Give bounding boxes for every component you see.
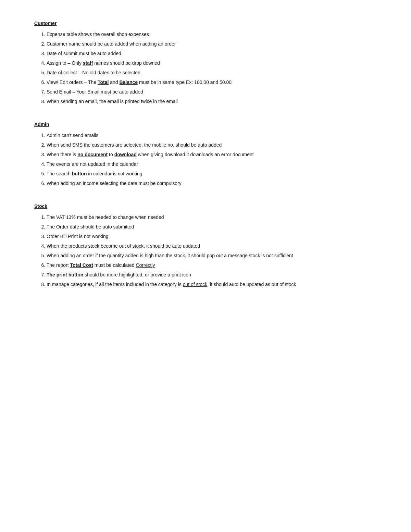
- list-item: Admin can't send emails: [47, 132, 377, 139]
- list-item: Date of collect – No old dates to be sel…: [47, 69, 377, 76]
- text-styled: The print: [47, 272, 68, 277]
- list-item: When adding an order if the quantity add…: [47, 252, 377, 259]
- text-styled: button: [72, 171, 87, 176]
- text-styled: download: [114, 152, 137, 157]
- list-item: The VAT 13% must be needed to change whe…: [47, 214, 377, 221]
- list-item: When sending an email, the email is prin…: [47, 98, 377, 105]
- list-item: Send Email – Your Email must be auto add…: [47, 88, 377, 96]
- list-item: The Order date should be auto submitted: [47, 223, 377, 231]
- list-item: The events are not updated in the calend…: [47, 161, 377, 168]
- text-styled: Total: [98, 79, 109, 85]
- text-styled: button: [68, 272, 84, 277]
- text-styled: Correctly: [136, 262, 155, 268]
- list-item: When send SMS the customers are selected…: [47, 141, 377, 149]
- section-customer: CustomerExpense table shows the overall …: [34, 21, 377, 105]
- list-item: Order Bill Print is not working: [47, 233, 377, 240]
- text-styled: Total Cost: [70, 262, 93, 268]
- list-item: When the products stock become out of st…: [47, 243, 377, 250]
- list-item: The search button in calendar is not wor…: [47, 170, 377, 177]
- list-item: When there is no document to download wh…: [47, 151, 377, 158]
- section-list-admin: Admin can't send emailsWhen send SMS the…: [34, 132, 377, 187]
- text-styled: staff: [83, 60, 93, 66]
- list-item: Assign to – Only staff names should be d…: [47, 60, 377, 67]
- list-item: When adding an income selecting the date…: [47, 180, 377, 187]
- section-title-customer: Customer: [34, 21, 377, 26]
- section-title-stock: Stock: [34, 203, 377, 209]
- text-styled: out of stock: [183, 282, 208, 287]
- text-styled: Balance: [119, 79, 138, 85]
- section-list-customer: Expense table shows the overall shop exp…: [34, 31, 377, 105]
- list-item: In manage categories, if all the items i…: [47, 281, 377, 288]
- list-item: Customer name should be auto added when …: [47, 40, 377, 48]
- text-styled: no document: [77, 152, 108, 157]
- list-item: The report Total Cost must be calculated…: [47, 262, 377, 269]
- section-stock: StockThe VAT 13% must be needed to chang…: [34, 203, 377, 288]
- app-container: CustomerExpense table shows the overall …: [34, 21, 377, 288]
- list-item: View/ Edit orders – The Total and Balanc…: [47, 79, 377, 86]
- section-list-stock: The VAT 13% must be needed to change whe…: [34, 214, 377, 288]
- list-item: The print button should be more highligh…: [47, 271, 377, 279]
- list-item: Date of submit must be auto added: [47, 50, 377, 57]
- section-title-admin: Admin: [34, 122, 377, 127]
- section-admin: AdminAdmin can't send emailsWhen send SM…: [34, 122, 377, 187]
- list-item: Expense table shows the overall shop exp…: [47, 31, 377, 38]
